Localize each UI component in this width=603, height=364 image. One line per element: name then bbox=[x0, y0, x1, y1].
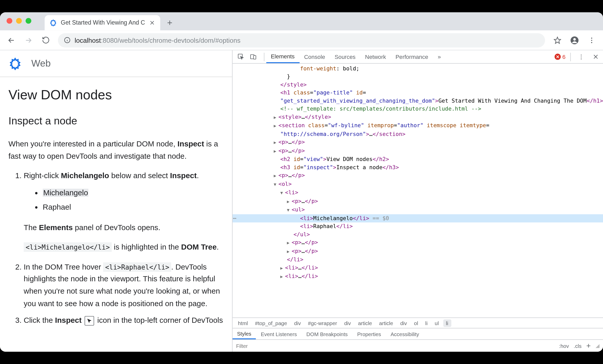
styles-tabbar: Styles Event Listeners DOM Breakpoints P… bbox=[232, 328, 603, 339]
tab-performance[interactable]: Performance bbox=[391, 50, 433, 63]
tab-sources[interactable]: Sources bbox=[330, 50, 360, 63]
crumb[interactable]: #gc-wrapper bbox=[305, 319, 340, 327]
tab-title: Get Started With Viewing And C bbox=[61, 19, 145, 26]
example-list: Michelangelo Raphael bbox=[24, 186, 223, 215]
code-snippet: <li>Raphael</li> bbox=[103, 262, 171, 272]
site-name: Web bbox=[31, 58, 51, 69]
list-item[interactable]: Raphael bbox=[43, 200, 223, 215]
crumb[interactable]: ol bbox=[411, 319, 421, 327]
back-button[interactable] bbox=[4, 33, 19, 48]
intro-paragraph: When you're interested in a particular D… bbox=[8, 138, 223, 162]
crumb[interactable]: article bbox=[376, 319, 396, 327]
site-logo-icon bbox=[8, 57, 22, 70]
minimize-window-icon[interactable] bbox=[16, 18, 22, 24]
inspect-icon bbox=[85, 316, 94, 325]
step-3: Click the Inspect icon in the top-left c… bbox=[24, 314, 223, 326]
tab-console[interactable]: Console bbox=[299, 50, 330, 63]
crumb[interactable]: li bbox=[422, 319, 430, 327]
filter-input[interactable] bbox=[236, 343, 559, 349]
titlebar: Get Started With Viewing And C bbox=[0, 12, 603, 30]
error-badge[interactable]: ✕ 6 bbox=[555, 53, 566, 60]
tab-elements[interactable]: Elements bbox=[266, 50, 299, 63]
list-item[interactable]: Michelangelo bbox=[43, 186, 223, 200]
svg-point-10 bbox=[581, 56, 581, 57]
window-controls bbox=[7, 18, 32, 24]
svg-point-2 bbox=[573, 38, 576, 40]
page-h2: Inspect a node bbox=[8, 115, 223, 127]
step-1-note-1: The Elements panel of DevTools opens. bbox=[24, 221, 223, 233]
crumb[interactable]: li bbox=[443, 319, 451, 327]
crumb[interactable]: ul bbox=[432, 319, 442, 327]
tab-accessibility[interactable]: Accessibility bbox=[386, 328, 424, 339]
steps-list: Right-click Michelangelo below and selec… bbox=[8, 170, 223, 326]
error-icon: ✕ bbox=[555, 54, 561, 60]
tab-event-listeners[interactable]: Event Listeners bbox=[256, 328, 302, 339]
menu-button[interactable] bbox=[584, 33, 599, 48]
site-info-icon[interactable] bbox=[64, 37, 71, 44]
close-window-icon[interactable] bbox=[7, 18, 12, 24]
bookmark-button[interactable] bbox=[550, 33, 565, 48]
close-tab-icon[interactable] bbox=[149, 19, 155, 26]
tab-dom-breakpoints[interactable]: DOM Breakpoints bbox=[302, 328, 352, 339]
selected-dom-node[interactable]: <li>Michelangelo</li> == $0 bbox=[232, 214, 603, 222]
step-1: Right-click Michelangelo below and selec… bbox=[24, 170, 223, 253]
crumb[interactable]: #top_of_page bbox=[252, 319, 290, 327]
url-text: localhost:8080/web/tools/chrome-devtools… bbox=[75, 36, 240, 44]
page-body: View DOM nodes Inspect a node When you'r… bbox=[0, 77, 232, 331]
svg-rect-8 bbox=[254, 56, 256, 59]
cls-toggle[interactable]: .cls bbox=[574, 343, 581, 349]
device-toolbar-button[interactable] bbox=[247, 51, 259, 62]
close-devtools-button[interactable] bbox=[590, 51, 601, 62]
favicon-icon bbox=[49, 19, 57, 27]
inspect-element-button[interactable] bbox=[235, 51, 247, 62]
toolbar: localhost:8080/web/tools/chrome-devtools… bbox=[0, 30, 603, 50]
devtools-menu-button[interactable] bbox=[576, 51, 587, 62]
new-tab-button[interactable] bbox=[163, 16, 176, 29]
tab-more[interactable]: » bbox=[433, 50, 446, 63]
svg-point-5 bbox=[591, 42, 592, 43]
crumb[interactable]: article bbox=[355, 319, 375, 327]
hov-toggle[interactable]: :hov bbox=[559, 343, 569, 349]
svg-point-3 bbox=[591, 37, 592, 38]
crumb[interactable]: div bbox=[291, 319, 304, 327]
maximize-window-icon[interactable] bbox=[26, 18, 31, 24]
tab-styles[interactable]: Styles bbox=[232, 328, 256, 339]
crumb[interactable]: div bbox=[397, 319, 410, 327]
site-header: Web bbox=[0, 50, 232, 77]
svg-point-9 bbox=[581, 54, 581, 55]
new-style-button[interactable]: + bbox=[586, 342, 591, 350]
profile-button[interactable] bbox=[567, 33, 582, 48]
tab-network[interactable]: Network bbox=[360, 50, 391, 63]
styles-resize-handle[interactable]: ◢ bbox=[596, 343, 599, 349]
address-bar[interactable]: localhost:8080/web/tools/chrome-devtools… bbox=[58, 33, 545, 47]
tab-properties[interactable]: Properties bbox=[352, 328, 386, 339]
step-2: In the DOM Tree hover <li>Raphael</li>. … bbox=[24, 261, 223, 309]
content-area: Web View DOM nodes Inspect a node When y… bbox=[0, 50, 603, 352]
svg-point-4 bbox=[591, 39, 592, 40]
dom-tree[interactable]: font-weight: bold; } </style> <h1 class=… bbox=[232, 64, 603, 318]
tab-strip: Get Started With Viewing And C bbox=[45, 12, 176, 30]
crumb[interactable]: div bbox=[341, 319, 354, 327]
dom-breadcrumb[interactable]: html #top_of_page div #gc-wrapper div ar… bbox=[232, 317, 603, 328]
devtools-tabbar: Elements Console Sources Network Perform… bbox=[232, 50, 603, 64]
browser-tab[interactable]: Get Started With Viewing And C bbox=[45, 15, 160, 30]
crumb[interactable]: html bbox=[235, 319, 251, 327]
reload-button[interactable] bbox=[38, 33, 53, 48]
devtools-panel: Elements Console Sources Network Perform… bbox=[232, 50, 603, 352]
forward-button[interactable] bbox=[21, 33, 36, 48]
styles-filter-bar: :hov .cls + ◢ bbox=[232, 339, 603, 352]
svg-point-11 bbox=[581, 58, 581, 59]
step-1-note-2: <li>Michelangelo</li> is highlighted in … bbox=[24, 241, 223, 253]
code-snippet: <li>Michelangelo</li> bbox=[24, 242, 112, 252]
browser-window: Get Started With Viewing And C localhost… bbox=[0, 12, 603, 352]
page-h1: View DOM nodes bbox=[8, 87, 223, 102]
page-viewport: Web View DOM nodes Inspect a node When y… bbox=[0, 50, 232, 352]
